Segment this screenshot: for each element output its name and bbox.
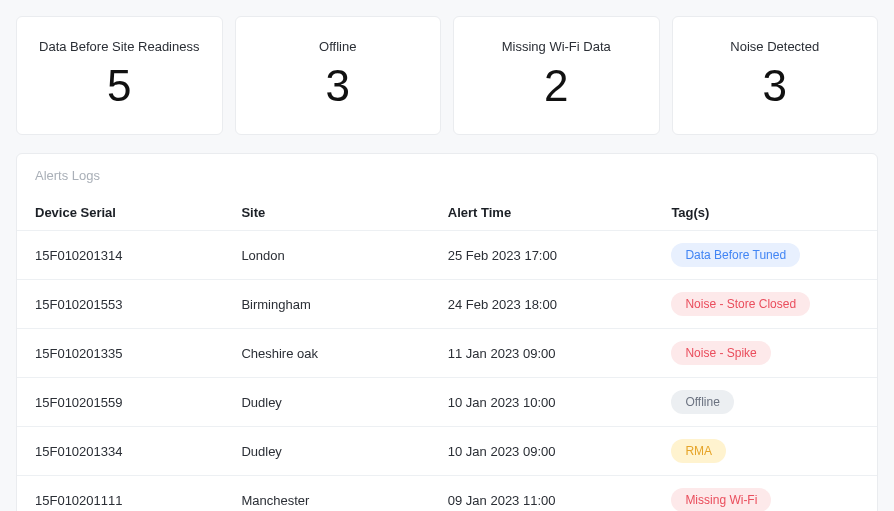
cell-tags: Noise - Store Closed xyxy=(653,280,877,329)
cell-alert-time: 09 Jan 2023 11:00 xyxy=(430,476,654,512)
header-tags[interactable]: Tag(s) xyxy=(653,195,877,231)
cell-site: Birmingham xyxy=(223,280,429,329)
panel-title: Alerts Logs xyxy=(17,154,877,195)
card-title: Noise Detected xyxy=(685,39,866,54)
card-missing-wifi-data[interactable]: Missing Wi-Fi Data 2 xyxy=(453,16,660,135)
cell-site: Dudley xyxy=(223,378,429,427)
table-row[interactable]: 15F010201334Dudley10 Jan 2023 09:00RMA xyxy=(17,427,877,476)
table-row[interactable]: 15F010201335Cheshire oak11 Jan 2023 09:0… xyxy=(17,329,877,378)
cell-alert-time: 10 Jan 2023 09:00 xyxy=(430,427,654,476)
card-noise-detected[interactable]: Noise Detected 3 xyxy=(672,16,879,135)
cell-alert-time: 11 Jan 2023 09:00 xyxy=(430,329,654,378)
header-device-serial[interactable]: Device Serial xyxy=(17,195,223,231)
tag-badge[interactable]: Data Before Tuned xyxy=(671,243,800,267)
card-title: Offline xyxy=(248,39,429,54)
card-title: Missing Wi-Fi Data xyxy=(466,39,647,54)
cell-tags: Missing Wi-Fi xyxy=(653,476,877,512)
cell-alert-time: 25 Feb 2023 17:00 xyxy=(430,231,654,280)
cell-site: Manchester xyxy=(223,476,429,512)
tag-badge[interactable]: RMA xyxy=(671,439,726,463)
cell-device-serial: 15F010201314 xyxy=(17,231,223,280)
cell-tags: Noise - Spike xyxy=(653,329,877,378)
table-row[interactable]: 15F010201559Dudley10 Jan 2023 10:00Offli… xyxy=(17,378,877,427)
card-value: 5 xyxy=(29,64,210,108)
card-data-before-site-readiness[interactable]: Data Before Site Readiness 5 xyxy=(16,16,223,135)
alerts-logs-panel: Alerts Logs Device Serial Site Alert Tim… xyxy=(16,153,878,511)
header-alert-time[interactable]: Alert Time xyxy=(430,195,654,231)
card-value: 3 xyxy=(685,64,866,108)
table-row[interactable]: 15F010201111Manchester09 Jan 2023 11:00M… xyxy=(17,476,877,512)
card-value: 3 xyxy=(248,64,429,108)
cell-device-serial: 15F010201334 xyxy=(17,427,223,476)
header-site[interactable]: Site xyxy=(223,195,429,231)
table-header-row: Device Serial Site Alert Time Tag(s) xyxy=(17,195,877,231)
alerts-table: Device Serial Site Alert Time Tag(s) 15F… xyxy=(17,195,877,511)
card-offline[interactable]: Offline 3 xyxy=(235,16,442,135)
cell-site: Dudley xyxy=(223,427,429,476)
tag-badge[interactable]: Offline xyxy=(671,390,733,414)
card-title: Data Before Site Readiness xyxy=(29,39,210,54)
cell-tags: RMA xyxy=(653,427,877,476)
card-value: 2 xyxy=(466,64,647,108)
tag-badge[interactable]: Missing Wi-Fi xyxy=(671,488,771,511)
cell-tags: Offline xyxy=(653,378,877,427)
cell-device-serial: 15F010201553 xyxy=(17,280,223,329)
cell-device-serial: 15F010201559 xyxy=(17,378,223,427)
table-row[interactable]: 15F010201314London25 Feb 2023 17:00Data … xyxy=(17,231,877,280)
cell-alert-time: 10 Jan 2023 10:00 xyxy=(430,378,654,427)
tag-badge[interactable]: Noise - Store Closed xyxy=(671,292,810,316)
cell-alert-time: 24 Feb 2023 18:00 xyxy=(430,280,654,329)
cell-device-serial: 15F010201111 xyxy=(17,476,223,512)
tag-badge[interactable]: Noise - Spike xyxy=(671,341,770,365)
cell-site: Cheshire oak xyxy=(223,329,429,378)
cell-device-serial: 15F010201335 xyxy=(17,329,223,378)
table-row[interactable]: 15F010201553Birmingham24 Feb 2023 18:00N… xyxy=(17,280,877,329)
cell-site: London xyxy=(223,231,429,280)
summary-cards-row: Data Before Site Readiness 5 Offline 3 M… xyxy=(16,16,878,135)
cell-tags: Data Before Tuned xyxy=(653,231,877,280)
